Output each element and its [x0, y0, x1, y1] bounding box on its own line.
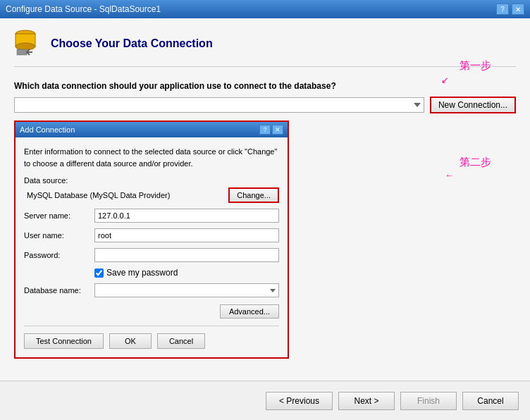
next-button[interactable]: Next > — [338, 392, 395, 410]
database-name-label: Database name: — [24, 286, 94, 295]
database-name-row: Database name: — [24, 283, 279, 297]
connection-row: New Connection... — [14, 97, 516, 113]
dialog-info-text: Enter information to connect to the sele… — [24, 146, 279, 169]
database-icon — [14, 30, 39, 58]
svg-point-2 — [16, 43, 35, 50]
user-name-label: User name: — [24, 231, 94, 240]
database-name-dropdown[interactable] — [94, 283, 279, 297]
annotation-step1: 第一步 — [460, 59, 491, 73]
server-name-label: Server name: — [24, 211, 94, 220]
dialog-title-text: Add Connection — [20, 125, 75, 134]
cancel-button[interactable]: Cancel — [157, 333, 205, 349]
test-connection-button[interactable]: Test Connection — [24, 333, 104, 349]
dialog-footer: Test Connection OK Cancel — [24, 326, 279, 349]
svg-rect-3 — [17, 49, 27, 55]
dialog-controls: ? ✕ — [259, 125, 283, 135]
data-source-row: MySQL Database (MySQL Data Provider) Cha… — [24, 187, 279, 203]
ok-button[interactable]: OK — [109, 333, 152, 349]
connection-dropdown[interactable] — [14, 97, 424, 113]
password-label: Password: — [24, 251, 94, 259]
save-password-checkbox[interactable] — [94, 268, 104, 278]
annotation-step2: 第二步 — [460, 156, 491, 169]
add-connection-dialog: Add Connection ? ✕ Enter information to … — [14, 121, 289, 359]
title-bar-text: Configure Data Source - SqlDataSource1 — [6, 4, 161, 14]
annotation-arrow2: ← — [445, 170, 454, 180]
new-connection-button[interactable]: New Connection... — [430, 97, 516, 113]
main-content: Choose Your Data Connection 第一步 ↙ Which … — [0, 18, 530, 381]
close-button[interactable]: ✕ — [512, 4, 524, 15]
bottom-bar: < Previous Next > Finish Cancel — [0, 381, 530, 420]
save-password-row: Save my password — [24, 268, 279, 278]
data-source-value: MySQL Database (MySQL Data Provider) — [24, 190, 224, 201]
finish-button[interactable]: Finish — [400, 392, 457, 410]
page-title: Choose Your Data Connection — [51, 37, 213, 50]
save-password-label: Save my password — [106, 268, 178, 278]
server-name-row: Server name: — [24, 209, 279, 223]
server-name-input[interactable] — [94, 209, 279, 223]
user-name-row: User name: — [24, 228, 279, 242]
user-name-input[interactable] — [94, 228, 279, 242]
change-button[interactable]: Change... — [228, 187, 279, 203]
dialog-help-button[interactable]: ? — [259, 125, 271, 135]
help-button[interactable]: ? — [496, 4, 509, 15]
title-bar: Configure Data Source - SqlDataSource1 ?… — [0, 0, 530, 18]
bottom-cancel-button[interactable]: Cancel — [462, 392, 519, 410]
dialog-close-button[interactable]: ✕ — [272, 125, 283, 135]
password-input[interactable] — [94, 248, 279, 262]
title-bar-controls: ? ✕ — [496, 4, 524, 15]
previous-button[interactable]: < Previous — [266, 392, 333, 410]
password-row: Password: — [24, 248, 279, 262]
advanced-button[interactable]: Advanced... — [220, 304, 279, 319]
dialog-title-bar: Add Connection ? ✕ — [16, 122, 288, 137]
advanced-row: Advanced... — [24, 304, 279, 319]
header-section: Choose Your Data Connection — [14, 30, 516, 67]
data-source-label: Data source: — [24, 176, 279, 185]
annotation-arrow1: ↙ — [441, 75, 449, 85]
data-source-section: Data source: MySQL Database (MySQL Data … — [24, 176, 279, 203]
